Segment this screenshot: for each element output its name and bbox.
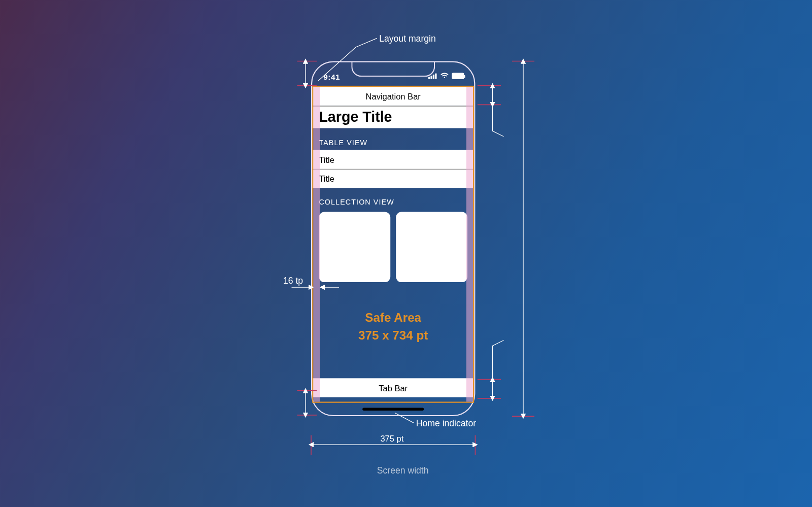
collection-card	[396, 212, 467, 282]
phone-frame: 9:41 Navigation Bar Large Title TABLE VI…	[311, 61, 475, 416]
svg-rect-1	[430, 75, 432, 79]
svg-rect-0	[428, 76, 430, 78]
large-title: Large Title	[312, 106, 474, 128]
table-row-label: Title	[319, 154, 334, 164]
battery-icon	[452, 73, 464, 79]
table-row: Title	[312, 150, 474, 168]
collection-view	[312, 210, 474, 282]
label-margin-value: 16 tp	[283, 276, 303, 286]
wifi-icon	[440, 72, 449, 79]
label-screen-width: Screen width	[377, 466, 429, 476]
dim-total-width: 375 pt	[380, 433, 403, 443]
label-home-indicator: Home indicator	[416, 418, 476, 428]
large-title-label: Large Title	[319, 109, 392, 126]
svg-rect-3	[435, 73, 436, 79]
phone-notch	[351, 61, 435, 77]
table-row: Title	[312, 168, 474, 187]
navigation-bar-label: Navigation Bar	[366, 91, 421, 101]
home-indicator	[362, 408, 424, 411]
safe-area-line1: Safe Area	[312, 309, 474, 326]
tab-bar-label: Tab Bar	[379, 383, 408, 392]
navigation-bar: Navigation Bar	[312, 87, 474, 106]
svg-rect-2	[433, 74, 434, 79]
diagram-stage: 9:41 Navigation Bar Large Title TABLE VI…	[71, 25, 741, 483]
collection-card	[319, 212, 390, 282]
table-view-header: TABLE VIEW	[312, 128, 474, 150]
collection-view-header: COLLECTION VIEW	[312, 188, 474, 210]
tab-bar: Tab Bar	[312, 378, 474, 397]
status-icons	[428, 72, 464, 79]
status-time: 9:41	[323, 72, 340, 81]
safe-area-label: Safe Area 375 x 734 pt	[312, 309, 474, 344]
safe-area-line2: 375 x 734 pt	[312, 326, 474, 344]
table-view: Title Title	[312, 150, 474, 188]
phone-screen: 9:41 Navigation Bar Large Title TABLE VI…	[312, 62, 474, 415]
table-row-label: Title	[319, 174, 334, 183]
label-layout-margin: Layout margin	[379, 33, 436, 44]
